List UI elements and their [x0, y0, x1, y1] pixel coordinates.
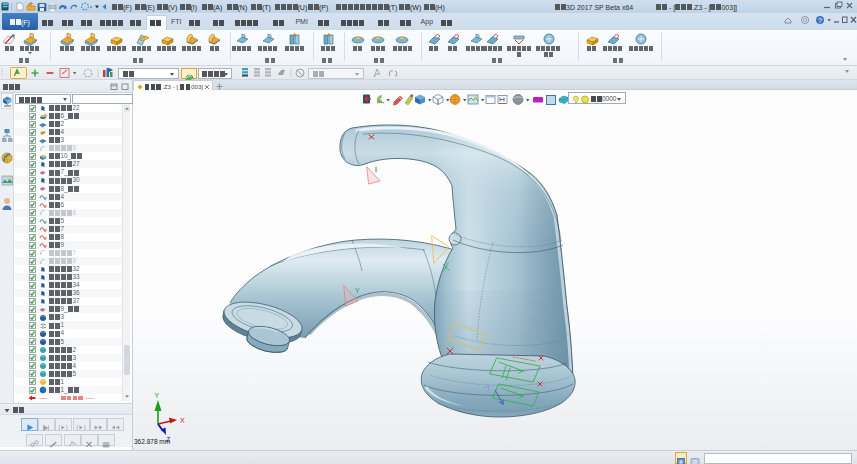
svg-text:?: ?	[818, 17, 822, 24]
svg-text:Y: Y	[355, 287, 360, 294]
svg-text:X: X	[180, 417, 185, 424]
svg-text:Y: Y	[155, 392, 160, 399]
